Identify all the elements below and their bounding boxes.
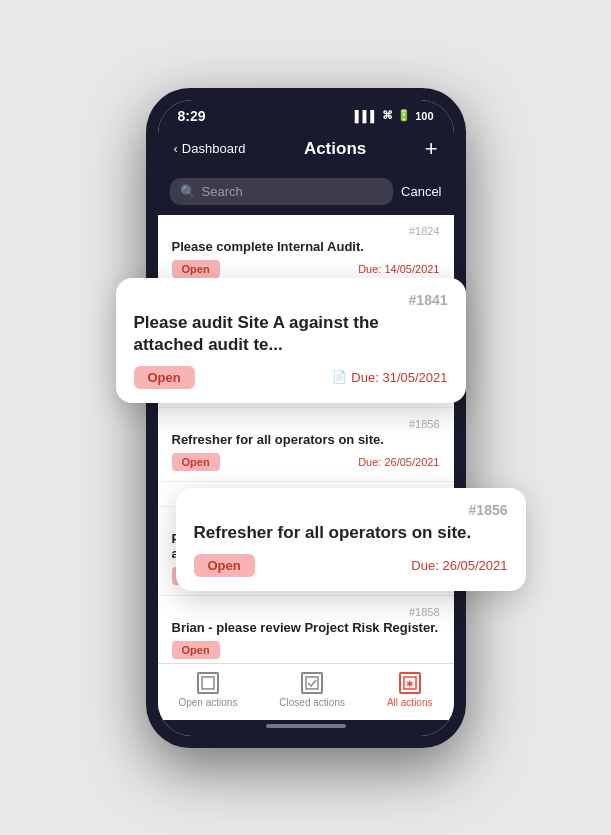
floating-card-2-badge: Open	[194, 554, 255, 577]
add-button[interactable]: +	[425, 136, 438, 162]
status-badge: Open	[172, 641, 220, 659]
status-badge: Open	[172, 453, 220, 471]
action-id: #1856	[172, 418, 440, 430]
floating-card-2-due: Due: 26/05/2021	[411, 558, 507, 573]
action-title: Please complete Internal Audit.	[172, 239, 440, 254]
nav-title: Actions	[304, 139, 366, 159]
square-icon	[197, 672, 219, 694]
chevron-left-icon: ‹	[174, 141, 178, 156]
floating-card-1-due: Due: 31/05/2021	[351, 370, 447, 385]
battery-icon: 🔋	[397, 109, 411, 122]
floating-card-1-badge: Open	[134, 366, 195, 389]
battery-level: 100	[415, 110, 433, 122]
search-input[interactable]	[202, 184, 384, 199]
search-icon: 🔍	[180, 184, 196, 199]
tab-closed-actions[interactable]: Closed actions	[279, 672, 345, 708]
list-item[interactable]: #1858 Brian - please review Project Risk…	[158, 596, 454, 663]
floating-card-1-id: #1841	[134, 292, 448, 308]
floating-card-1-title: Please audit Site A against the attached…	[134, 312, 448, 356]
floating-card-2-title: Refresher for all operators on site.	[194, 522, 508, 544]
floating-card-2-id: #1856	[194, 502, 508, 518]
status-time: 8:29	[178, 108, 206, 124]
status-badge: Open	[172, 260, 220, 278]
doc-icon-fc1: 📄	[332, 370, 347, 384]
action-title: Brian - please review Project Risk Regis…	[172, 620, 440, 635]
svg-text:✱: ✱	[406, 678, 414, 688]
asterisk-icon: ✱	[399, 672, 421, 694]
action-id: #1824	[172, 225, 440, 237]
action-id: #1858	[172, 606, 440, 618]
status-icons: ▌▌▌ ⌘ 🔋 100	[355, 109, 434, 122]
tab-open-actions[interactable]: Open actions	[178, 672, 237, 708]
signal-icon: ▌▌▌	[355, 110, 378, 122]
tab-bar: Open actions Closed actions ✱ All action…	[158, 663, 454, 720]
search-input-wrap[interactable]: 🔍	[170, 178, 394, 205]
due-date: Due: 14/05/2021	[358, 263, 439, 275]
back-label[interactable]: Dashboard	[182, 141, 246, 156]
nav-bar: ‹ Dashboard Actions +	[158, 128, 454, 174]
home-bar	[266, 724, 346, 728]
svg-rect-1	[306, 677, 318, 689]
list-item[interactable]: #1856 Refresher for all operators on sit…	[158, 408, 454, 482]
tab-open-label: Open actions	[178, 697, 237, 708]
back-button[interactable]: ‹ Dashboard	[174, 141, 246, 156]
check-icon	[301, 672, 323, 694]
search-bar: 🔍 Cancel	[158, 174, 454, 215]
cancel-button[interactable]: Cancel	[401, 184, 441, 199]
tab-closed-label: Closed actions	[279, 697, 345, 708]
wifi-icon: ⌘	[382, 109, 393, 122]
svg-rect-0	[202, 677, 214, 689]
action-title: Refresher for all operators on site.	[172, 432, 440, 447]
due-date: Due: 26/05/2021	[358, 456, 439, 468]
tab-all-actions[interactable]: ✱ All actions	[387, 672, 433, 708]
tab-all-label: All actions	[387, 697, 433, 708]
home-indicator	[158, 720, 454, 736]
status-bar: 8:29 ▌▌▌ ⌘ 🔋 100	[158, 100, 454, 128]
